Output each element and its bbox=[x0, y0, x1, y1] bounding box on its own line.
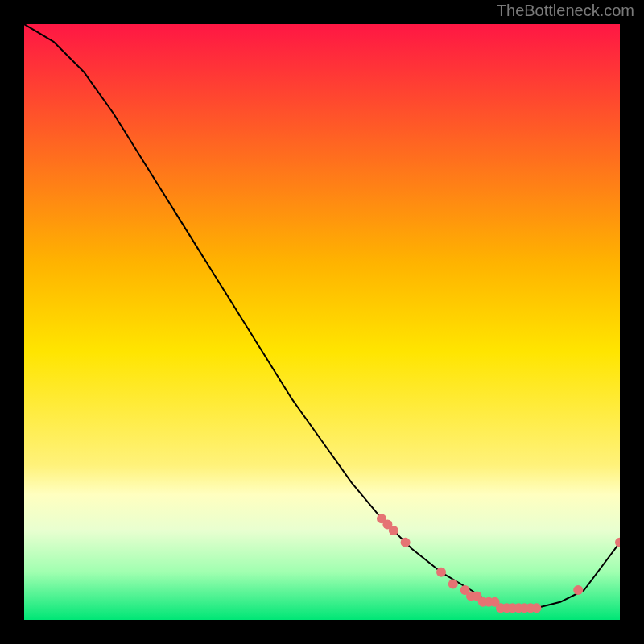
marker-point bbox=[436, 568, 446, 577]
chart-svg bbox=[24, 24, 620, 620]
plot-area bbox=[24, 24, 620, 620]
marker-point bbox=[389, 526, 398, 535]
marker-point bbox=[531, 603, 541, 613]
attribution-text: TheBottleneck.com bbox=[497, 2, 634, 20]
marker-point bbox=[573, 585, 583, 595]
marker-point bbox=[401, 538, 411, 547]
marker-point bbox=[448, 580, 458, 589]
